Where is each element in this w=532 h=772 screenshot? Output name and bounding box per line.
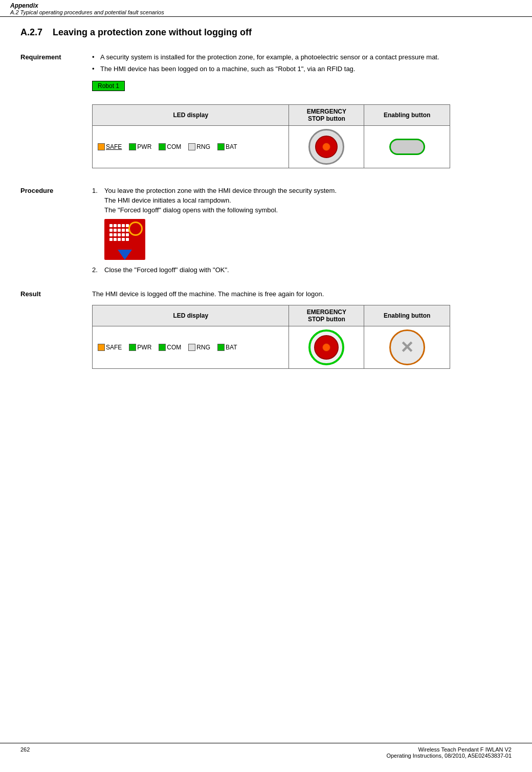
bullet-1: A security system is installed for the p…: [92, 53, 450, 61]
symbol-circle: [128, 222, 143, 236]
bat2-indicator: [217, 344, 225, 351]
result-content: The HMI device is logged off the machine…: [92, 290, 450, 379]
section-title: Leaving a protection zone without loggin…: [53, 27, 252, 38]
footer-right: Wireless Teach Pendant F IWLAN V2 Operat…: [386, 746, 512, 759]
table1-col3-header: Enabling button: [364, 105, 450, 126]
led-com2: COM: [159, 344, 181, 351]
dot: [118, 233, 121, 236]
led-row-1: SAFE PWR COM: [98, 143, 283, 150]
table2-col1-header: LED display: [93, 305, 289, 326]
dot: [122, 238, 125, 241]
rng-label: RNG: [196, 143, 210, 150]
step1-sub2: The "Forced logoff" dialog opens with th…: [104, 206, 337, 214]
requirement-content: A security system is installed for the p…: [92, 53, 450, 179]
dot: [126, 238, 129, 241]
enabling-button-2: ✕: [389, 329, 425, 365]
header-line1: Appendix: [10, 2, 522, 9]
step-2: 2. Close the "Forced logoff" dialog with…: [92, 266, 337, 274]
led-bat2: BAT: [217, 344, 237, 351]
table1-enabling-cell: [364, 126, 450, 168]
estop-center-2: [322, 343, 330, 351]
step1-num: 1.: [92, 187, 98, 194]
requirement-section: Requirement A security system is install…: [20, 53, 512, 179]
com2-label: COM: [167, 344, 181, 351]
requirement-label: Requirement: [20, 53, 61, 61]
dot: [122, 224, 125, 227]
table1-col2-header: EMERGENCYSTOP button: [289, 105, 364, 126]
header-line2: A.2 Typical operating procedures and pot…: [10, 9, 522, 15]
dot: [122, 229, 125, 232]
robot-badge: Robot 1: [92, 81, 125, 91]
dot: [114, 238, 117, 241]
footer-doc: Operating Instructions, 08/2010, A5E0245…: [386, 753, 512, 759]
arrow-down-icon: [118, 250, 132, 260]
table2-enabling-cell: ✕: [364, 326, 450, 369]
enabling-x-icon: ✕: [400, 339, 414, 356]
estop-inner-1: [315, 136, 338, 158]
result-section: Result The HMI device is logged off the …: [20, 290, 512, 379]
led-bat: BAT: [217, 143, 237, 150]
led-rng2: RNG: [188, 344, 210, 351]
table2-col2-header: EMERGENCYSTOP button: [289, 305, 364, 326]
bat-indicator: [217, 143, 225, 150]
dot: [114, 233, 117, 236]
step1-sub1: The HMI device initiates a local rampdow…: [104, 196, 337, 204]
bat-label: BAT: [226, 143, 237, 150]
estop-center-1: [322, 143, 330, 151]
safe-label: SAFE: [106, 143, 122, 150]
dot: [126, 233, 129, 236]
estop-green-inner-2: [314, 335, 339, 360]
table1-estop-cell: [289, 126, 364, 168]
enabling-button-1: [389, 139, 425, 155]
requirement-bullets: A security system is installed for the p…: [92, 53, 450, 73]
rng2-label: RNG: [196, 344, 210, 351]
led-row-2: SAFE PWR COM: [98, 344, 283, 351]
led-rng: RNG: [188, 143, 210, 150]
footer-product: Wireless Teach Pendant F IWLAN V2: [418, 746, 512, 753]
procedure-label: Procedure: [20, 187, 53, 194]
led-safe2: SAFE: [98, 344, 122, 351]
table1-led-cell: SAFE PWR COM: [93, 126, 289, 168]
dot: [114, 229, 117, 232]
dot: [109, 238, 113, 241]
led-com: COM: [159, 143, 181, 150]
result-text: The HMI device is logged off the machine…: [92, 290, 450, 298]
rng2-indicator: [188, 344, 195, 351]
section-number: A.2.7: [20, 27, 42, 38]
com-label: COM: [167, 143, 181, 150]
pwr2-indicator: [129, 344, 136, 351]
page-header: Appendix A.2 Typical operating procedure…: [0, 0, 532, 17]
com-indicator: [159, 143, 166, 150]
led-pwr: PWR: [129, 143, 151, 150]
dot: [109, 224, 113, 227]
step1-text: You leave the protection zone with the H…: [104, 187, 337, 194]
led-table-2: LED display EMERGENCYSTOP button Enablin…: [92, 305, 450, 369]
bat2-label: BAT: [226, 344, 237, 351]
table2-led-cell: SAFE PWR COM: [93, 326, 289, 369]
safe2-indicator: [98, 344, 105, 351]
result-label: Result: [20, 290, 41, 298]
procedure-content: 1. You leave the protection zone with th…: [92, 187, 337, 280]
table2-estop-cell: [289, 326, 364, 369]
section-title-row: A.2.7 Leaving a protection zone without …: [20, 27, 512, 48]
safe2-label: SAFE: [106, 344, 122, 351]
estop-button-2: [308, 329, 344, 365]
procedure-steps: 1. You leave the protection zone with th…: [92, 187, 337, 274]
pwr-indicator: [129, 143, 136, 150]
forced-logoff-symbol: [104, 219, 145, 260]
com2-indicator: [159, 344, 166, 351]
dot: [118, 238, 121, 241]
led-safe: SAFE: [98, 143, 122, 150]
bullet-2: The HMI device has been logged on to a m…: [92, 65, 450, 73]
dot: [114, 224, 117, 227]
pwr2-label: PWR: [137, 344, 151, 351]
table2-col3-header: Enabling button: [364, 305, 450, 326]
dot: [109, 229, 113, 232]
dot: [109, 233, 113, 236]
rng-indicator: [188, 143, 195, 150]
dot: [122, 233, 125, 236]
dot: [118, 229, 121, 232]
step2-num: 2.: [92, 266, 98, 274]
page-number: 262: [20, 746, 30, 759]
led-pwr2: PWR: [129, 344, 151, 351]
